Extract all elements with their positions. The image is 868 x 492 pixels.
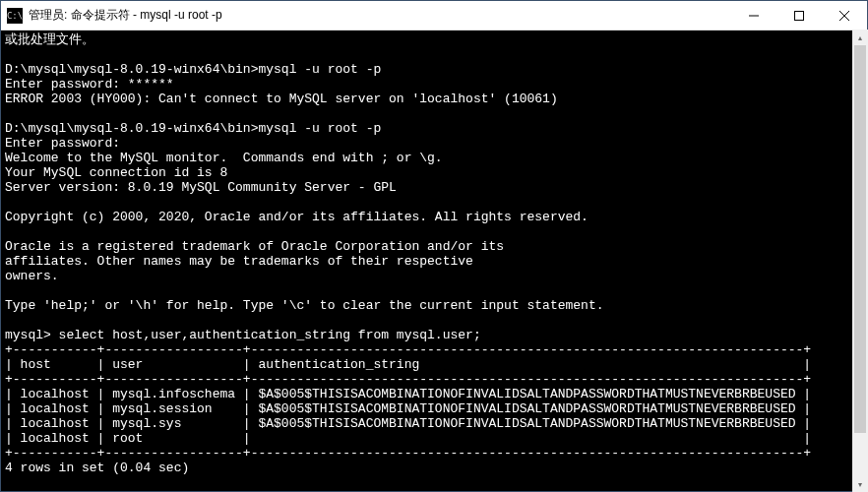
- scroll-thumb[interactable]: [854, 45, 866, 433]
- terminal-output[interactable]: 或批处理文件。 D:\mysql\mysql-8.0.19-winx64\bin…: [1, 31, 867, 491]
- cmd-window: C:\ 管理员: 命令提示符 - mysql -u root -p 或批处理文件…: [0, 0, 868, 492]
- maximize-icon: [794, 11, 804, 21]
- chevron-down-icon: ▾: [858, 480, 862, 489]
- maximize-button[interactable]: [776, 1, 822, 30]
- scroll-up-button[interactable]: ▴: [852, 30, 868, 45]
- svg-rect-1: [795, 11, 804, 20]
- close-button[interactable]: [822, 1, 867, 30]
- scroll-track[interactable]: [852, 45, 868, 476]
- window-controls: [731, 1, 867, 30]
- scroll-down-button[interactable]: ▾: [852, 476, 868, 492]
- app-icon: C:\: [7, 8, 23, 24]
- minimize-icon: [749, 11, 759, 21]
- vertical-scrollbar[interactable]: ▴ ▾: [852, 30, 868, 492]
- window-title: 管理员: 命令提示符 - mysql -u root -p: [29, 7, 731, 24]
- minimize-button[interactable]: [731, 1, 776, 30]
- chevron-up-icon: ▴: [858, 33, 862, 42]
- close-icon: [839, 11, 849, 21]
- titlebar[interactable]: C:\ 管理员: 命令提示符 - mysql -u root -p: [1, 1, 867, 31]
